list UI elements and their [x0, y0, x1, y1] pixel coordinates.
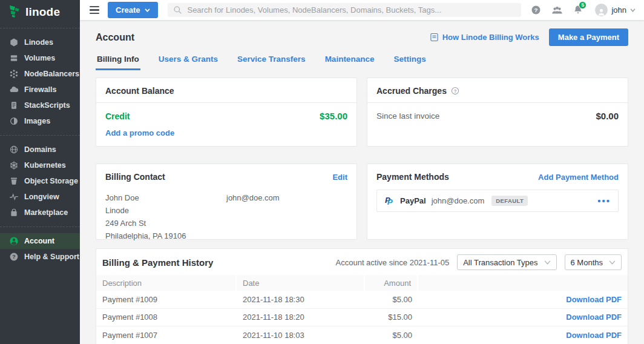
user-menu[interactable]: john — [595, 4, 636, 16]
make-payment-button[interactable]: Make a Payment — [549, 28, 628, 46]
account-active-since-label: Account active since 2021-11-05 — [336, 258, 450, 267]
billing-history-card: Billing & Payment History Account active… — [96, 248, 628, 344]
contact-city: Philadelphia, PA 19106 — [105, 230, 226, 242]
sidebar-item-domains[interactable]: Domains — [0, 142, 80, 157]
create-button-label: Create — [116, 5, 140, 15]
column-header-date: Date — [237, 275, 365, 291]
row-amount: $15.00 — [365, 313, 418, 322]
account-page: Account How Linode Billing Works Make a … — [80, 20, 644, 344]
sidebar-nav: Linodes Volumes NodeBalancers Firewalls … — [0, 35, 80, 265]
sidebar-item-longview[interactable]: Longview — [0, 189, 80, 205]
search-bar — [168, 3, 521, 17]
sidebar-item-label: StackScripts — [24, 101, 70, 110]
sidebar-item-help-support[interactable]: ? Help & Support — [0, 249, 80, 265]
table-row: Payment #1009 2021-11-18 18:30 $5.00 Dow… — [96, 291, 628, 309]
linode-logo-icon — [8, 4, 21, 21]
sidebar-item-label: Linodes — [24, 38, 53, 47]
svg-text:?: ? — [12, 254, 15, 260]
svg-text:?: ? — [454, 88, 457, 94]
payment-method-actions-button[interactable]: ••• — [597, 198, 611, 204]
sidebar-divider — [0, 227, 80, 227]
sidebar-item-nodebalancers[interactable]: NodeBalancers — [0, 66, 80, 82]
sidebar-item-marketplace[interactable]: Marketplace — [0, 205, 80, 220]
contact-street: 249 Arch St — [105, 217, 226, 230]
download-pdf-link[interactable]: Download PDF — [566, 295, 622, 304]
create-button[interactable]: Create — [108, 2, 158, 18]
chevron-down-icon — [544, 260, 551, 265]
divider — [367, 102, 628, 103]
payment-method-row: P P PayPal john@doe.com DEFAULT ••• — [376, 190, 619, 212]
hexagon-icon — [8, 38, 19, 47]
avatar — [595, 4, 608, 16]
sidebar: linode Linodes Volumes NodeBalancers Fir… — [0, 0, 80, 344]
paypal-icon: P P — [384, 195, 395, 207]
date-range-select[interactable]: 6 Months — [565, 254, 622, 270]
sidebar-item-kubernetes[interactable]: Kubernetes — [0, 157, 80, 173]
search-input[interactable] — [187, 5, 516, 15]
sidebar-item-linodes[interactable]: Linodes — [0, 35, 80, 50]
balance-status-label: Credit — [105, 111, 130, 121]
sidebar-item-label: Account — [24, 237, 54, 245]
shopping-bag-icon — [8, 208, 19, 217]
sidebar-item-label: Help & Support — [24, 253, 79, 261]
sidebar-item-label: Volumes — [24, 54, 55, 62]
chevron-down-icon — [630, 8, 636, 12]
sidebar-item-stackscripts[interactable]: StackScripts — [0, 98, 80, 113]
column-header-amount: Amount — [365, 275, 418, 291]
download-pdf-link[interactable]: Download PDF — [566, 331, 622, 340]
account-balance-card: Account Balance Credit $35.00 Add a prom… — [96, 78, 357, 147]
row-description: Payment #1007 — [96, 331, 237, 340]
svg-text:?: ? — [534, 7, 538, 13]
column-header-description: Description — [96, 275, 237, 291]
contact-email: john@doe.com — [226, 191, 347, 204]
community-icon[interactable] — [551, 5, 563, 15]
sidebar-item-images[interactable]: Images — [0, 113, 80, 129]
menu-toggle-button[interactable] — [85, 2, 104, 18]
row-description: Payment #1008 — [96, 313, 237, 322]
sidebar-item-label: Domains — [24, 145, 56, 154]
transaction-type-select[interactable]: All Transaction Types — [457, 254, 556, 270]
row-date: 2021-11-18 18:20 — [237, 313, 365, 322]
svg-text:P: P — [387, 197, 393, 207]
document-icon — [430, 33, 439, 42]
help-circle-icon[interactable]: ? — [451, 87, 459, 95]
billing-contact-card: Billing Contact Edit John Doe Linode 249… — [96, 164, 357, 240]
linode-logo[interactable]: linode — [0, 0, 80, 24]
chevron-down-icon — [609, 260, 616, 265]
column-header-actions — [418, 275, 628, 291]
globe-icon — [8, 145, 19, 154]
sidebar-item-label: Longview — [24, 193, 59, 201]
download-pdf-link[interactable]: Download PDF — [566, 313, 622, 322]
pulse-icon — [8, 192, 19, 202]
tab-users-grants[interactable]: Users & Grants — [157, 52, 219, 70]
nodebalancer-icon — [8, 69, 19, 79]
sidebar-divider — [0, 28, 80, 28]
sidebar-item-firewalls[interactable]: Firewalls — [0, 82, 80, 98]
sidebar-item-object-storage[interactable]: Object Storage — [0, 173, 80, 189]
table-row: Payment #1008 2021-11-18 18:20 $15.00 Do… — [96, 309, 628, 327]
stacked-disks-icon — [8, 53, 19, 63]
add-payment-method-link[interactable]: Add Payment Method — [538, 173, 619, 182]
notifications-bell-icon[interactable]: 5 — [573, 5, 583, 16]
tab-settings[interactable]: Settings — [392, 52, 427, 70]
top-navigation-bar: Create ? 5 john — [80, 0, 644, 20]
page-title: Account — [96, 32, 134, 43]
card-title: Account Balance — [105, 86, 347, 96]
how-billing-works-link[interactable]: How Linode Billing Works — [430, 33, 539, 42]
tab-maintenance[interactable]: Maintenance — [324, 52, 376, 70]
add-promo-code-link[interactable]: Add a promo code — [105, 128, 174, 137]
sidebar-item-label: Firewalls — [24, 85, 57, 94]
help-icon[interactable]: ? — [531, 5, 541, 15]
sidebar-divider — [0, 135, 80, 136]
default-badge: DEFAULT — [491, 196, 528, 206]
table-header-row: Description Date Amount — [96, 275, 628, 291]
tab-billing-info[interactable]: Billing Info — [96, 52, 140, 70]
contact-name: John Doe — [105, 191, 226, 204]
sidebar-item-volumes[interactable]: Volumes — [0, 50, 80, 66]
tab-service-transfers[interactable]: Service Transfers — [236, 52, 307, 70]
table-row: Payment #1007 2021-11-10 18:03 $5.00 Dow… — [96, 326, 628, 344]
sidebar-item-label: Object Storage — [24, 177, 78, 185]
sidebar-item-account[interactable]: Account — [0, 233, 80, 249]
sidebar-item-label: Kubernetes — [24, 161, 66, 170]
edit-billing-contact-link[interactable]: Edit — [332, 173, 347, 182]
